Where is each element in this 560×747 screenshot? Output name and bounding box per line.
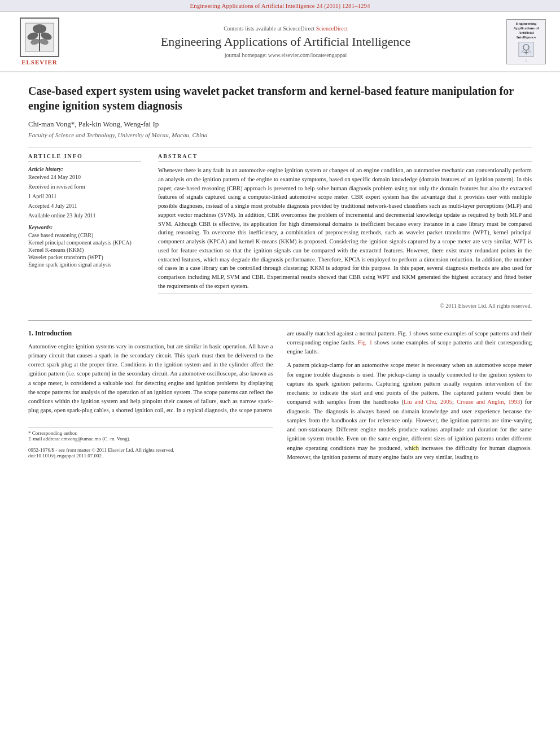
article-info-panel: ARTICLE INFO Article history: Received 2… [28, 153, 141, 309]
copyright-line: © 2011 Elsevier Ltd. All rights reserved… [158, 303, 532, 309]
page: Engineering Applications of Artificial I… [0, 0, 560, 747]
intro-paragraph-3: A pattern pickup-clamp for an automotive… [287, 361, 532, 462]
crouse-anglin-ref[interactable]: Crouse and Anglin, 1993 [457, 399, 520, 405]
article-authors: Chi-man Vong*, Pak-kin Wong, Weng-fai Ip [28, 120, 532, 129]
sciencedirect-link[interactable]: ScienceDirect [316, 25, 348, 32]
footnote-area: * Corresponding author. E-mail address: … [28, 427, 273, 442]
contents-available-line: Contents lists available at ScienceDirec… [79, 25, 492, 32]
keyword-4: Wavelet packet transform (WPT) [28, 254, 141, 260]
email-note: E-mail address: cmvong@umac.mo (C.-m. Vo… [28, 436, 273, 442]
article-content: Case-based expert system using wavelet p… [0, 72, 560, 478]
secondary-logo: Engineering Applications of Artificial I… [506, 19, 546, 64]
issn-line: 0952-1976/$ - see front matter © 2011 El… [28, 447, 273, 453]
accepted-date: Accepted 4 July 2011 [28, 203, 141, 209]
intro-paragraph-2: are usually matched against a normal pat… [287, 329, 532, 357]
abstract-footer: © 2011 Elsevier Ltd. All rights reserved… [158, 294, 532, 309]
body-divider [28, 320, 532, 321]
keyword-5: Engine spark ignition signal analysis [28, 261, 141, 268]
keyword-2: Kernel principal component analysis (KPC… [28, 239, 141, 246]
liu-chu-ref[interactable]: Liu and Chu, 2005 [404, 399, 452, 405]
abstract-panel: ABSTRACT Whenever there is any fault in … [158, 153, 532, 309]
intro-section-title: 1. Introduction [28, 329, 273, 338]
highlighted-text: ich [412, 445, 419, 451]
article-affiliation: Faculty of Science and Technology, Unive… [28, 132, 532, 138]
body-right-column: are usually matched against a normal pat… [287, 329, 532, 467]
elsevier-logo-area: ELSEVIER [11, 18, 68, 65]
received-revised-label: Received in revised form [28, 184, 141, 190]
received-date: Received 24 May 2010 [28, 174, 141, 180]
abstract-text: Whenever there is any fault in an automo… [158, 166, 532, 291]
history-label: Article history: [28, 166, 141, 172]
intro-paragraph-1: Automotive engine ignition systems vary … [28, 342, 273, 416]
doi-line: doi:10.1016/j.engappai.2011.07.002 [28, 453, 273, 458]
abstract-header: ABSTRACT [158, 153, 532, 161]
received-revised-date: 1 April 2011 [28, 193, 141, 199]
elsevier-wordmark: ELSEVIER [21, 59, 58, 65]
body-left-column: 1. Introduction Automotive engine igniti… [28, 329, 273, 467]
keyword-3: Kernel K-means (KKM) [28, 247, 141, 253]
svg-point-2 [33, 24, 46, 33]
keyword-1: Case based reasoning (CBR) [28, 232, 141, 238]
journal-main-title: Engineering Applications of Artificial I… [79, 34, 492, 49]
journal-header: ELSEVIER Contents lists available at Sci… [0, 12, 560, 72]
body-content: 1. Introduction Automotive engine igniti… [28, 329, 532, 467]
elsevier-emblem [20, 18, 59, 57]
article-info-header: ARTICLE INFO [28, 153, 141, 161]
available-online-date: Available online 23 July 2011 [28, 212, 141, 219]
journal-homepage: journal homepage: www.elsevier.com/locat… [79, 52, 492, 58]
article-divider [28, 147, 532, 147]
article-title: Case-based expert system using wavelet p… [28, 84, 532, 113]
journal-title-area: Contents lists available at ScienceDirec… [68, 25, 504, 58]
corresponding-author-note: * Corresponding author. [28, 430, 273, 436]
journal-top-bar: Engineering Applications of Artificial I… [0, 0, 560, 12]
journal-citation: Engineering Applications of Artificial I… [190, 2, 370, 9]
keywords-label: Keywords: [28, 224, 141, 230]
fig1-link[interactable]: Fig. 1 [358, 339, 373, 346]
page-footer: 0952-1976/$ - see front matter © 2011 El… [28, 447, 273, 458]
journal-logo-right: Engineering Applications of Artificial I… [504, 19, 549, 64]
article-info-abstract: ARTICLE INFO Article history: Received 2… [28, 153, 532, 309]
